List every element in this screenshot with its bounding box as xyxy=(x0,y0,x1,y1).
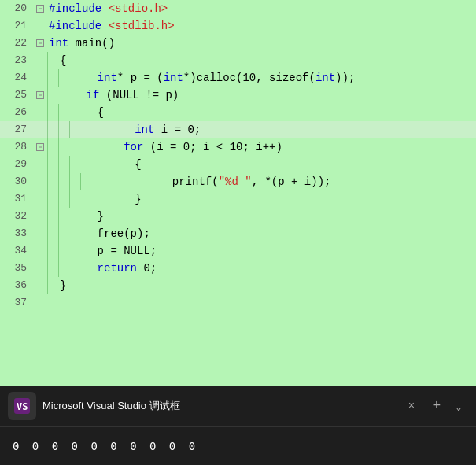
token xyxy=(60,87,87,104)
indent-guide xyxy=(69,173,80,190)
collapse-icon[interactable] xyxy=(36,39,44,47)
token: int xyxy=(164,69,183,87)
code-line: 29 { xyxy=(0,156,476,173)
code-text: p = NULL; xyxy=(69,242,476,260)
indent-guide xyxy=(58,69,69,87)
token: (i = 0; i < 10; i++) xyxy=(143,138,282,156)
code-line: 25 if (NULL != p) xyxy=(0,87,476,104)
code-line: 20#include <stdio.h> xyxy=(0,0,476,17)
code-line: 31 } xyxy=(0,190,476,208)
token: } xyxy=(60,277,66,294)
debug-numbers: 0 0 0 0 0 0 0 0 0 0 xyxy=(13,440,198,452)
indent-guide xyxy=(47,121,58,138)
gutter-collapse xyxy=(33,173,47,190)
token: * p = ( xyxy=(117,69,164,87)
code-line: 21#include <stdlib.h> xyxy=(0,17,476,35)
code-text: #include <stdio.h> xyxy=(47,0,476,17)
token: main() xyxy=(68,35,115,52)
code-text: { xyxy=(58,52,476,69)
token: p = NULL; xyxy=(71,242,157,260)
code-text: } xyxy=(58,277,476,294)
indent-guide xyxy=(47,138,58,156)
indent-guide xyxy=(47,190,58,208)
code-line: 33 free(p); xyxy=(0,225,476,242)
token: { xyxy=(60,52,66,69)
line-number: 23 xyxy=(0,52,33,69)
debug-output-panel: 0 0 0 0 0 0 0 0 0 0 xyxy=(0,426,476,465)
token: return xyxy=(98,260,137,277)
token: int xyxy=(135,121,154,138)
gutter-collapse[interactable] xyxy=(33,0,47,17)
line-number: 22 xyxy=(0,35,33,52)
line-number: 36 xyxy=(0,277,33,294)
collapse-icon[interactable] xyxy=(36,91,44,99)
gutter-collapse xyxy=(33,121,47,138)
gutter-collapse xyxy=(33,242,47,260)
gutter-collapse[interactable] xyxy=(33,138,47,156)
line-number: 25 xyxy=(0,87,33,104)
token: "%d " xyxy=(219,173,252,190)
code-text: return 0; xyxy=(69,260,476,277)
code-line: 35 return 0; xyxy=(0,260,476,277)
line-number: 21 xyxy=(0,17,33,35)
line-number: 32 xyxy=(0,208,33,225)
taskbar-close-button[interactable]: × xyxy=(402,397,421,415)
indent-guide xyxy=(69,190,80,208)
token: , *(p + i)); xyxy=(252,173,331,190)
gutter-collapse[interactable] xyxy=(33,35,47,52)
code-text: { xyxy=(80,156,476,173)
gutter-collapse xyxy=(33,208,47,225)
token: #include xyxy=(49,0,109,17)
line-number: 20 xyxy=(0,0,33,17)
token: printf( xyxy=(93,173,219,190)
token xyxy=(71,138,124,156)
code-line: 30 printf("%d ", *(p + i)); xyxy=(0,173,476,190)
code-line: 23{ xyxy=(0,52,476,69)
taskbar-chevron-button[interactable]: ⌄ xyxy=(449,397,468,415)
code-line: 28 for (i = 0; i < 10; i++) xyxy=(0,138,476,156)
indent-guide xyxy=(69,156,80,173)
code-line: 37 xyxy=(0,294,476,312)
indent-guide xyxy=(69,121,80,138)
svg-text:VS: VS xyxy=(17,401,28,412)
token: #include xyxy=(49,17,109,35)
token: int xyxy=(315,69,335,87)
indent-guide xyxy=(47,260,58,277)
token: { xyxy=(82,156,142,173)
code-line: 34 p = NULL; xyxy=(0,242,476,260)
gutter-collapse xyxy=(33,190,47,208)
line-number: 26 xyxy=(0,104,33,121)
code-text: int* p = (int*)calloc(10, sizeof(int)); xyxy=(69,69,476,87)
token: 0; xyxy=(137,260,157,277)
collapse-icon[interactable] xyxy=(36,5,44,13)
indent-guide xyxy=(58,190,69,208)
indent-guide xyxy=(47,69,58,87)
gutter-collapse xyxy=(33,156,47,173)
indent-guide xyxy=(47,173,58,190)
code-text: for (i = 0; i < 10; i++) xyxy=(69,138,476,156)
code-line: 36} xyxy=(0,277,476,294)
gutter-collapse[interactable] xyxy=(33,87,47,104)
code-text: } xyxy=(80,190,476,208)
indent-guide xyxy=(47,104,58,121)
token: } xyxy=(82,190,142,208)
indent-guide xyxy=(58,156,69,173)
indent-guide xyxy=(58,138,69,156)
gutter-collapse xyxy=(33,17,47,35)
token: <stdlib.h> xyxy=(109,17,175,35)
indent-guide xyxy=(80,173,91,190)
collapse-icon[interactable] xyxy=(36,143,44,151)
code-text: free(p); xyxy=(69,225,476,242)
gutter-collapse xyxy=(33,260,47,277)
indent-guide xyxy=(47,52,58,69)
token xyxy=(82,121,135,138)
line-number: 27 xyxy=(0,121,33,138)
gutter-collapse xyxy=(33,104,47,121)
line-number: 35 xyxy=(0,260,33,277)
taskbar-title: Microsoft Visual Studio 调试框 xyxy=(42,399,402,413)
indent-guide xyxy=(47,208,58,225)
token: if xyxy=(87,87,100,104)
indent-guide xyxy=(58,260,69,277)
indent-guide xyxy=(47,225,58,242)
taskbar-add-button[interactable]: + xyxy=(427,397,446,415)
